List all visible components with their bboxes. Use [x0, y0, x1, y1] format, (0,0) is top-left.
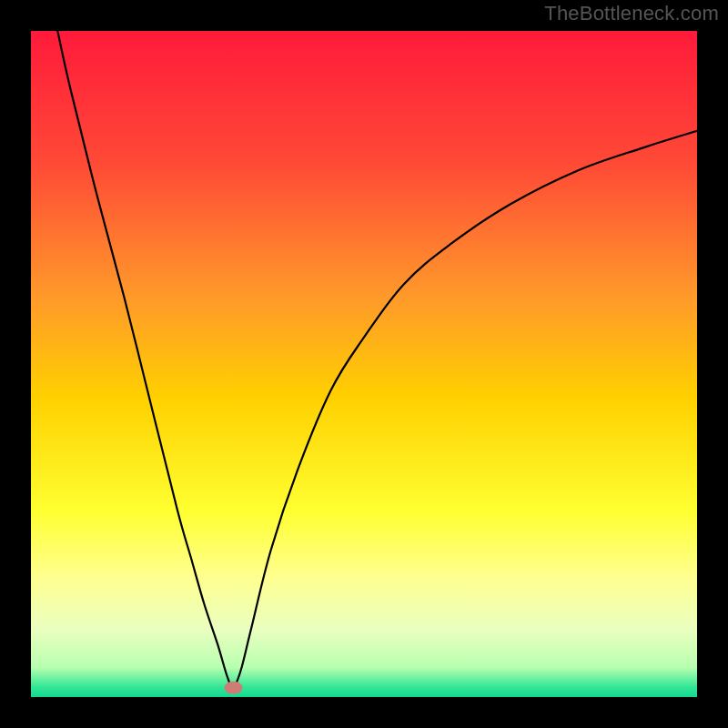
gradient-backdrop [31, 31, 697, 697]
chart-svg [31, 31, 697, 697]
plot-area [31, 31, 697, 697]
optimum-marker [225, 682, 243, 694]
chart-frame: TheBottleneck.com [0, 0, 728, 728]
watermark-text: TheBottleneck.com [544, 2, 719, 25]
